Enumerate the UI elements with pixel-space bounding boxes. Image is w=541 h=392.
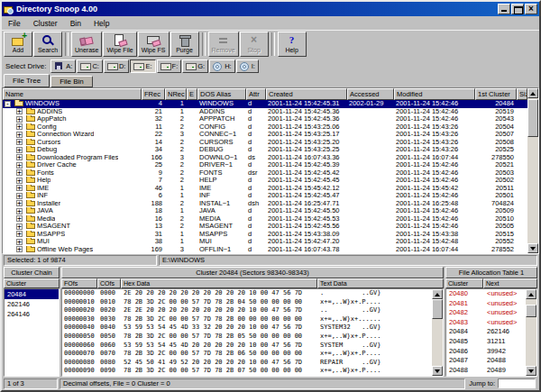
toolbar-button[interactable]: Unerase [71, 32, 102, 57]
drive-button[interactable]: F: [157, 59, 182, 73]
column-header-alias[interactable]: DOS Alias [197, 88, 246, 100]
cluster-chain-row[interactable]: 262146 [5, 299, 59, 309]
hex-column-header-cofs[interactable]: COfs [97, 278, 121, 288]
hex-scroll-track[interactable] [432, 299, 443, 366]
fat-column-header-next[interactable]: Next [483, 278, 537, 288]
scroll-thumb[interactable] [527, 99, 538, 137]
column-header-attr[interactable]: Attr [246, 88, 266, 100]
column-header-size[interactable]: Size [517, 88, 527, 100]
table-row[interactable]: + IME 46 1 IME d 2001-11-24 15:45:42.12 … [3, 185, 527, 193]
column-header-frec[interactable]: FRec [142, 88, 165, 100]
table-row[interactable]: + Debug 34 2 DEBUG d 2001-11-24 15:43:25… [3, 146, 527, 154]
fat-scroll-thumb[interactable] [526, 305, 536, 317]
table-row[interactable]: + MUI 38 1 MUI d 2001-11-24 15:42:47.20 … [3, 238, 527, 246]
hex-row[interactable]: 00000080 0080 52 45 50 41 49 52 20 20 20… [62, 359, 432, 368]
fat-row[interactable]: 20481 <unused> [446, 299, 526, 309]
expander-icon[interactable]: + [16, 185, 23, 191]
drive-button[interactable]: G: [182, 59, 208, 73]
hex-row[interactable]: 00000060 0060 53 59 53 54 45 4D 20 20 20… [62, 342, 432, 351]
table-row[interactable]: + Config 11 2 CONFIG d 2001-11-24 15:43:… [3, 123, 527, 132]
maximize-button[interactable] [511, 4, 524, 14]
toolbar-button[interactable] [202, 32, 206, 56]
expander-icon[interactable]: + [16, 147, 23, 153]
table-row[interactable]: + Help 7 2 HELP d 2001-11-24 15:42:45.45… [3, 177, 527, 185]
menu-item[interactable]: File [2, 19, 27, 28]
hex-row[interactable]: 00000010 0010 78 2B 3D 2C 00 00 57 7D 78… [62, 298, 432, 307]
hex-scrollbar[interactable] [432, 289, 443, 376]
scroll-down-button[interactable] [527, 243, 538, 253]
expander-icon[interactable]: + [16, 223, 23, 230]
hex-row[interactable]: 00000090 0090 78 2B 3D 2C 00 00 57 7D 78… [62, 367, 432, 376]
table-row[interactable]: + Cursors 14 2 CURSORS d 2001-11-24 15:4… [3, 139, 527, 147]
drive-button[interactable]: A: [50, 59, 76, 73]
table-row[interactable]: + Fonts 9 2 FONTS dsr 2001-11-24 15:42:4… [3, 169, 527, 178]
expander-icon[interactable]: + [16, 208, 23, 214]
column-header-created[interactable]: Created [266, 88, 347, 100]
hex-row[interactable]: 00000040 0040 53 59 53 54 45 4D 33 32 20… [62, 324, 432, 333]
hex-row[interactable]: 00000050 0050 78 2B 3D 2C 00 00 57 7D 78… [62, 333, 432, 342]
column-header-modified[interactable]: Modified [394, 88, 475, 100]
expander-icon[interactable]: - [5, 101, 11, 107]
table-row[interactable]: + Installer 188 2 INSTAL~1 dsh 2001-11-2… [3, 200, 527, 208]
hex-row[interactable]: 00000030 0030 78 2B 3D 2C 00 00 57 7D 78… [62, 315, 432, 324]
toolbar-button[interactable]: Help [278, 32, 307, 57]
toolbar-button[interactable]: Wipe File [103, 32, 136, 57]
toolbar-button[interactable]: Remove [208, 32, 239, 57]
cluster-chain-column-header[interactable]: Cluster [4, 278, 60, 288]
table-row[interactable]: + MSAPPS 31 1 MSAPPS d 2001-11-24 15:43:… [3, 231, 527, 239]
column-header-nrec[interactable]: NRec [165, 88, 187, 100]
hex-scroll-thumb[interactable] [432, 299, 443, 319]
table-row[interactable]: + AppPatch 32 2 APPPATCH d 2001-11-24 15… [3, 115, 527, 123]
hex-scroll-down-button[interactable] [432, 366, 443, 376]
expander-icon[interactable]: + [16, 123, 23, 130]
expander-icon[interactable]: + [16, 108, 23, 114]
table-row[interactable]: + INF 6 1 INF d 2001-11-24 15:42:45.47 2… [3, 192, 527, 200]
column-header-e[interactable]: E [187, 88, 197, 100]
hex-row[interactable]: 00000070 0070 78 2B 3D 2C 00 00 57 7D 78… [62, 350, 432, 359]
expander-icon[interactable]: + [16, 116, 23, 123]
toolbar-button[interactable]: Stop [240, 32, 269, 57]
scroll-track[interactable] [527, 98, 538, 243]
fat-scroll-up-button[interactable] [526, 289, 536, 299]
scroll-up-button[interactable] [527, 88, 538, 98]
fat-row[interactable]: 20484 262146 [446, 327, 526, 337]
expander-icon[interactable]: + [16, 215, 23, 222]
expander-icon[interactable]: + [16, 162, 23, 169]
fat-row[interactable]: 20482 <unused> [446, 308, 526, 318]
fat-row[interactable]: 20480 <unused> [446, 289, 526, 299]
toolbar-button[interactable] [65, 32, 69, 56]
jump-to-input[interactable] [498, 378, 536, 388]
table-row[interactable]: + Connection Wizard 22 3 CONNEC~1 d 2001… [3, 131, 527, 139]
toolbar-button[interactable]: Wipe FS [138, 32, 170, 57]
drive-button[interactable]: I: [236, 59, 259, 73]
fat-row[interactable]: 20488 20489 [446, 366, 526, 376]
fat-row[interactable]: 20483 <unused> [446, 318, 526, 328]
fat-column-header-cluster[interactable]: Cluster [445, 278, 483, 288]
fat-scroll-down-button[interactable] [526, 366, 536, 376]
menu-item[interactable]: Bin [64, 19, 87, 28]
table-row[interactable]: + Offline Web Pages 169 3 OFFLIN~1 d 200… [3, 246, 527, 254]
hex-column-header-fofs[interactable]: FOfs [61, 278, 97, 288]
hex-column-header-textdata[interactable]: Text Data [317, 278, 444, 288]
column-header-name[interactable]: Name [3, 88, 142, 100]
drive-button[interactable]: C: [77, 59, 103, 73]
expander-icon[interactable]: + [16, 246, 23, 252]
expander-icon[interactable]: + [16, 231, 23, 237]
drive-button[interactable]: H: [209, 59, 235, 73]
hex-row[interactable]: 00000000 0000 2E 20 20 20 20 20 20 20 20… [62, 289, 432, 298]
close-button[interactable] [525, 4, 537, 14]
toolbar-button[interactable] [271, 32, 275, 56]
expander-icon[interactable]: + [16, 239, 23, 245]
hex-column-header-hexdata[interactable]: Hex Data [121, 278, 317, 288]
expander-icon[interactable]: + [16, 132, 23, 138]
toolbar-button[interactable]: Search [33, 32, 62, 57]
fat-row[interactable]: 20487 20488 [446, 356, 526, 366]
toolbar-button[interactable]: Add [4, 32, 32, 57]
hex-row[interactable]: 00000020 0020 2E 2E 20 20 20 20 20 20 20… [62, 306, 432, 315]
menu-item[interactable]: Cluster [27, 19, 64, 28]
table-row[interactable]: + Driver Cache 25 2 DRIVER~1 d 2001-11-2… [3, 161, 527, 169]
fat-row[interactable]: 20486 39942 [446, 347, 526, 357]
table-row[interactable]: - WINDOWS 4 1 WINDOWS d 2001-11-24 15:42… [3, 100, 527, 108]
menu-item[interactable]: Help [87, 19, 115, 28]
table-row[interactable]: + JAVA 18 1 JAVA d 2001-11-24 15:42:45.5… [3, 207, 527, 215]
